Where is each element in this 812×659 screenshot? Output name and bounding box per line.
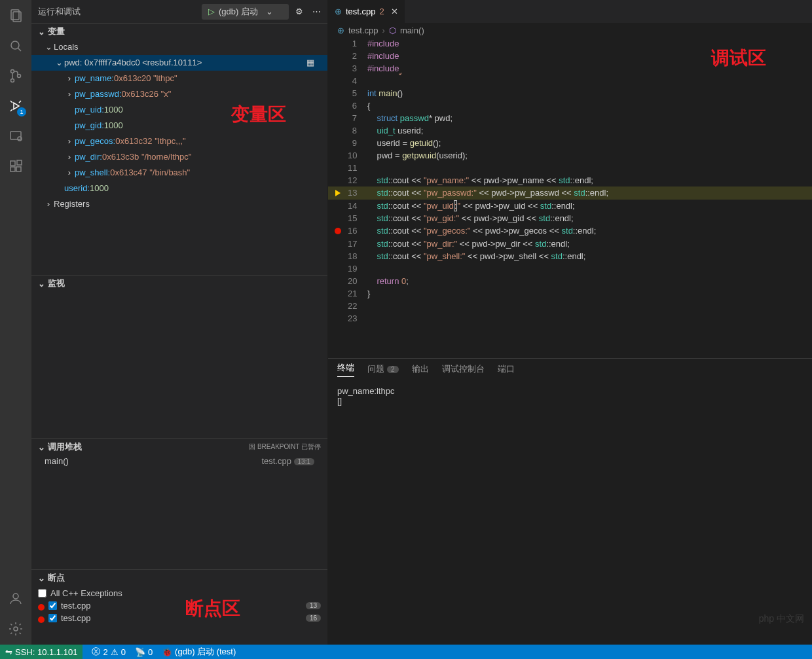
breadcrumb[interactable]: ⊕ test.cpp › ⬡ main() (328, 23, 812, 37)
status-problems[interactable]: ⓧ2 ⚠0 (92, 646, 125, 658)
debug-icon[interactable]: 1 (7, 97, 25, 115)
warning-icon: ⚠ (111, 647, 119, 657)
memory-icon[interactable]: ▦ (306, 56, 314, 70)
tab-test-cpp[interactable]: ⊕ test.cpp 2 ✕ (328, 0, 405, 23)
svg-rect-11 (10, 167, 15, 171)
svg-rect-12 (16, 167, 21, 171)
section-variables[interactable]: ⌄变量 (31, 24, 327, 39)
panel-tabs: 终端 问题2 输出 调试控制台 端口 (328, 359, 812, 380)
svg-point-4 (11, 70, 14, 73)
scm-icon[interactable] (7, 67, 25, 85)
callstack-frame[interactable]: main()test.cpp 13:1 (45, 456, 314, 466)
svg-rect-13 (17, 160, 22, 165)
locals-node[interactable]: ⌄Locals (31, 39, 327, 55)
bp-row-1[interactable]: test.cpp13 (38, 599, 321, 612)
var-pwd[interactable]: ⌄pwd: 0x7ffff7a4bdc0 <resbuf.10111>▦ (31, 55, 327, 71)
account-icon[interactable] (7, 590, 25, 608)
terminal-body[interactable]: pw_name:lthpc [] (328, 380, 812, 645)
annotation-vars: 变量区 (231, 102, 286, 127)
var-userid[interactable]: userid: 1000 (31, 181, 327, 196)
section-breakpoints[interactable]: ⌄断点 (31, 570, 327, 586)
svg-rect-8 (10, 132, 21, 139)
annotation-bp: 断点区 (185, 596, 240, 621)
play-icon: ▷ (208, 7, 215, 16)
launch-config[interactable]: ▷(gdb) 启动 ⌄ (202, 4, 289, 20)
svg-point-5 (11, 79, 14, 82)
sidebar-header: 运行和调试 ▷(gdb) 启动 ⌄ ⚙ ⋯ (31, 0, 327, 23)
cube-icon: ⬡ (389, 26, 396, 35)
section-callstack[interactable]: ⌄调用堆栈因 BREAKPOINT 已暂停 (31, 439, 327, 455)
tab-terminal[interactable]: 终端 (337, 362, 354, 377)
svg-point-14 (13, 594, 18, 599)
bp-dot-icon (38, 604, 45, 611)
activity-bar: 1 (0, 0, 31, 645)
bp-all-check[interactable] (38, 589, 46, 597)
remote-icon: ⇋ (5, 647, 12, 657)
bp-row-2[interactable]: test.cpp16 (38, 612, 321, 624)
search-icon[interactable] (7, 37, 25, 55)
svg-point-2 (11, 41, 19, 49)
error-icon: ⓧ (92, 646, 100, 658)
watermark: php 中文网 (759, 613, 804, 625)
terminal-line: [] (337, 396, 803, 406)
sidebar: 运行和调试 ▷(gdb) 启动 ⌄ ⚙ ⋯ ⌄变量 ⌄Locals ⌄pwd: … (31, 0, 328, 645)
explorer-icon[interactable] (7, 7, 25, 25)
code-editor[interactable]: 1#include 2#include 3#include 45int main… (328, 37, 812, 358)
status-bar: ⇋SSH: 10.1.1.101 ⓧ2 ⚠0 📡0 🐞(gdb) 启动 (tes… (0, 645, 812, 659)
svg-line-3 (18, 48, 22, 52)
svg-rect-10 (10, 161, 15, 166)
section-watch[interactable]: ⌄监视 (31, 276, 327, 291)
editor-area: ⋮⋮ ▷ ⊕ test.cpp 2 ✕ ⊕ test.cpp › ⬡ main(… (328, 0, 812, 645)
var-pw-passwd[interactable]: ›pw_passwd: 0x613c26 "x" (31, 86, 327, 102)
var-pw-shell[interactable]: ›pw_shell: 0x613c47 "/bin/bash" (31, 165, 327, 181)
terminal-line: pw_name:lthpc (337, 386, 803, 396)
bp-dot-icon (38, 616, 45, 623)
close-icon[interactable]: ✕ (391, 7, 398, 16)
tab-debug-console[interactable]: 调试控制台 (442, 363, 485, 375)
sidebar-title: 运行和调试 (38, 6, 202, 18)
bp-check-2[interactable] (48, 614, 57, 622)
tab-problems[interactable]: 问题2 (367, 363, 399, 375)
remote-icon[interactable] (7, 127, 25, 145)
gear-icon[interactable]: ⚙ (295, 7, 303, 16)
bp-all-exceptions[interactable]: All C++ Exceptions (38, 587, 321, 599)
panel: 终端 问题2 输出 调试控制台 端口 pw_name:lthpc [] (328, 358, 812, 645)
more-icon[interactable]: ⋯ (312, 7, 321, 16)
antenna-icon: 📡 (135, 647, 145, 657)
extensions-icon[interactable] (7, 157, 25, 175)
annotation-debug: 调试区 (711, 46, 766, 71)
bp-check-1[interactable] (48, 601, 57, 610)
cpp-icon: ⊕ (335, 7, 342, 16)
var-pw-dir[interactable]: ›pw_dir: 0x613c3b "/home/lthpc" (31, 149, 327, 165)
editor-tabs: ⊕ test.cpp 2 ✕ (328, 0, 812, 23)
tab-ports[interactable]: 端口 (498, 363, 515, 375)
status-ssh[interactable]: ⇋SSH: 10.1.1.101 (0, 645, 83, 659)
status-debug[interactable]: 🐞(gdb) 启动 (test) (162, 646, 236, 658)
svg-point-15 (14, 627, 18, 631)
status-ports[interactable]: 📡0 (135, 647, 153, 657)
bug-icon: 🐞 (162, 647, 172, 657)
registers-node[interactable]: ›Registers (31, 196, 327, 212)
tab-output[interactable]: 输出 (412, 363, 429, 375)
svg-point-6 (18, 75, 21, 78)
var-pw-name[interactable]: ›pw_name: 0x613c20 "lthpc" (31, 71, 327, 86)
var-pw-gecos[interactable]: ›pw_gecos: 0x613c32 "lthpc,,," (31, 134, 327, 149)
cpp-icon: ⊕ (337, 26, 344, 35)
settings-icon[interactable] (7, 620, 25, 638)
